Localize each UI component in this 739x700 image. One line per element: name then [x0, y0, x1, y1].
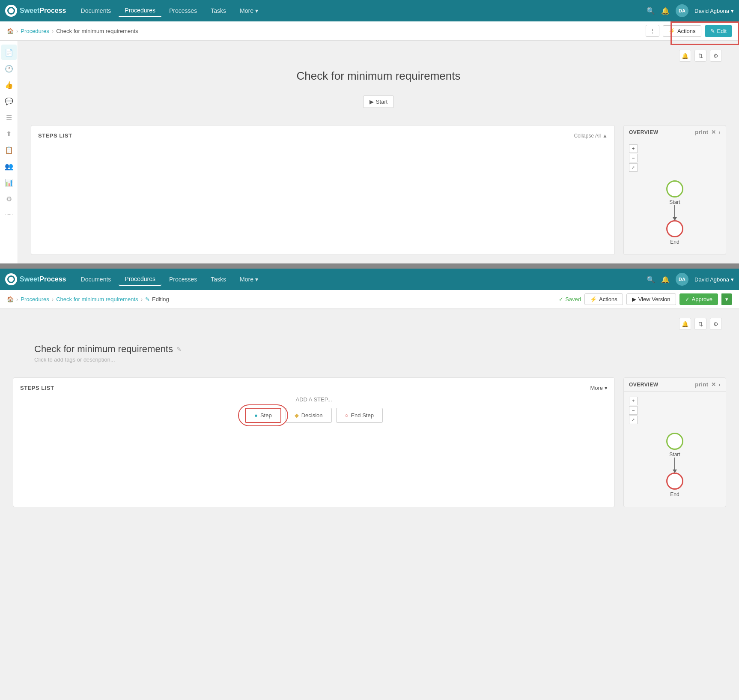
step-button[interactable]: ● Step	[245, 408, 281, 423]
overview-title-1: OVERVIEW	[629, 129, 658, 135]
collapse-btn[interactable]: Collapse All ▲	[574, 133, 608, 139]
overview-panel-1: OVERVIEW print ✕ › + − ⤢ Start	[623, 125, 726, 255]
ov-zoom-2: + − ⤢	[629, 397, 638, 424]
brand-name-prefix-2: Sweet	[20, 275, 39, 283]
nav-more-2[interactable]: More ▾	[234, 273, 264, 286]
steps-title-1: STEPS LIST	[38, 132, 72, 139]
nav-tasks[interactable]: Tasks	[205, 4, 232, 17]
gear-icon-btn[interactable]: ⚙	[710, 50, 722, 62]
sidebar-list-icon[interactable]: ☰	[1, 110, 17, 125]
user-name-2[interactable]: David Agbona ▾	[694, 276, 734, 283]
breadcrumb-procedures[interactable]: Procedures	[21, 28, 49, 34]
actions-icon: ⚡	[668, 28, 675, 34]
ov-zoom-fit-2[interactable]: ⤢	[629, 416, 638, 424]
actions-button-1[interactable]: ⚡ Actions	[663, 25, 701, 37]
start-play-icon: ▶	[370, 99, 374, 105]
nav-procedures-2[interactable]: Procedures	[119, 273, 161, 286]
sidebar-gear-icon[interactable]: ⚙	[1, 191, 17, 206]
end-step-button[interactable]: ○ End Step	[336, 408, 383, 423]
check-approve-icon: ✓	[685, 296, 690, 302]
page-description[interactable]: Click to add tags or description...	[34, 356, 705, 363]
ov-end-label-1: End	[670, 239, 679, 245]
nav-more[interactable]: More ▾	[234, 4, 264, 17]
steps-header-2: STEPS LIST More ▾	[20, 385, 608, 391]
edit-button[interactable]: ✎ Edit	[705, 25, 732, 37]
ov-zoom-out[interactable]: −	[629, 154, 638, 162]
breadcrumb-sep-2c: ›	[141, 296, 143, 302]
approve-button[interactable]: ✓ Approve	[679, 293, 718, 305]
overview-close-icon-2[interactable]: ✕	[711, 381, 716, 388]
breadcrumb-2: 🏠 › Procedures › Check for minimum requi…	[0, 290, 739, 309]
nav-procedures[interactable]: Procedures	[119, 4, 161, 17]
sidebar-comment-icon[interactable]: 💬	[1, 93, 17, 109]
actions-button-2[interactable]: ⚡ Actions	[584, 293, 623, 305]
gear-icon-btn-2[interactable]: ⚙	[710, 318, 722, 330]
overview-header-1: OVERVIEW print ✕ ›	[624, 126, 726, 139]
saved-indicator: ✓ Saved	[559, 296, 581, 302]
overview-print[interactable]: print	[695, 129, 708, 135]
sidebar-users-icon[interactable]: 👥	[1, 159, 17, 174]
search-icon-2[interactable]: 🔍	[647, 275, 655, 284]
overview-expand-icon[interactable]: ›	[718, 129, 721, 135]
sidebar-chart-icon[interactable]: 📊	[1, 175, 17, 190]
nav-processes[interactable]: Processes	[163, 4, 203, 17]
breadcrumb-home-2[interactable]: 🏠	[7, 296, 14, 302]
breadcrumb-actions: ⋮ ⚡ Actions ✎ Edit	[646, 25, 732, 37]
editing-badge: ✎ Editing	[145, 296, 169, 302]
ov-start-label-1: Start	[669, 199, 680, 205]
overview-expand-icon-2[interactable]: ›	[718, 381, 721, 388]
sidebar-upload-icon[interactable]: ⬆	[1, 126, 17, 141]
sidebar-like-icon[interactable]: 👍	[1, 77, 17, 93]
bell-icon-btn[interactable]: 🔔	[679, 50, 691, 62]
nav-links: Documents Procedures Processes Tasks Mor…	[75, 4, 647, 17]
three-dots-button[interactable]: ⋮	[646, 25, 659, 37]
overview-close-icon[interactable]: ✕	[711, 129, 716, 135]
step-dot-icon: ●	[254, 412, 258, 419]
step-btn-circle-wrapper: ● Step	[245, 408, 281, 423]
ov-zoom-out-2[interactable]: −	[629, 406, 638, 415]
bell-icon-btn-2[interactable]: 🔔	[679, 318, 691, 330]
page-header-actions-1: 🔔 ⇅ ⚙	[35, 50, 722, 62]
ov-zoom-fit[interactable]: ⤢	[629, 163, 638, 172]
ov-arrow-2	[674, 458, 675, 473]
nav-processes-2[interactable]: Processes	[163, 273, 203, 286]
nav-right: 🔍 🔔 DA David Agbona ▾	[647, 4, 734, 17]
approve-caret[interactable]: ▾	[721, 293, 732, 305]
breadcrumb-current: Check for minimum requirements	[56, 28, 138, 34]
avatar: DA	[676, 4, 688, 17]
overview-print-2[interactable]: print	[695, 381, 708, 388]
sidebar-doc-icon[interactable]: 📄	[1, 45, 17, 60]
ov-zoom-in[interactable]: +	[629, 144, 638, 153]
breadcrumb-home[interactable]: 🏠	[7, 28, 14, 34]
sidebar-wave-icon[interactable]: 〰	[1, 207, 17, 223]
check-icon: ✓	[559, 296, 563, 302]
sidebar-clipboard-icon[interactable]: 📋	[1, 142, 17, 158]
user-name[interactable]: David Agbona ▾	[694, 8, 734, 14]
ov-start-node-1	[666, 180, 683, 197]
ov-zoom-in-2[interactable]: +	[629, 397, 638, 405]
ov-start-label-2: Start	[669, 452, 680, 458]
decision-button[interactable]: ◆ Decision	[286, 408, 332, 423]
collapse-icon: ▲	[602, 133, 608, 139]
sort-icon-btn-2[interactable]: ⇅	[694, 318, 706, 330]
brand-name-suffix-2: Process	[39, 275, 66, 283]
sidebar-clock-icon[interactable]: 🕐	[1, 61, 17, 76]
steps-header-1: STEPS LIST Collapse All ▲	[38, 132, 608, 139]
search-icon[interactable]: 🔍	[647, 7, 655, 15]
bell-icon[interactable]: 🔔	[661, 7, 670, 15]
title-edit-icon[interactable]: ✎	[176, 346, 182, 353]
more-btn[interactable]: More ▾	[590, 385, 608, 391]
nav-tasks-2[interactable]: Tasks	[205, 273, 232, 286]
nav-documents[interactable]: Documents	[75, 4, 117, 17]
step-buttons-row: ● Step ◆ Decision ○ End Step	[20, 408, 608, 423]
nav-documents-2[interactable]: Documents	[75, 273, 117, 286]
breadcrumb-procedure-2[interactable]: Check for minimum requirements	[56, 296, 138, 302]
edit-icon: ✎	[710, 28, 715, 34]
user-dropdown-icon: ▾	[731, 8, 734, 14]
bell-icon-2[interactable]: 🔔	[661, 275, 670, 284]
view-version-button[interactable]: ▶ View Version	[626, 293, 676, 305]
more-chevron-icon: ▾	[605, 385, 608, 391]
start-button[interactable]: ▶ Start	[363, 96, 394, 108]
sort-icon-btn[interactable]: ⇅	[694, 50, 706, 62]
breadcrumb-procedures-2[interactable]: Procedures	[21, 296, 49, 302]
